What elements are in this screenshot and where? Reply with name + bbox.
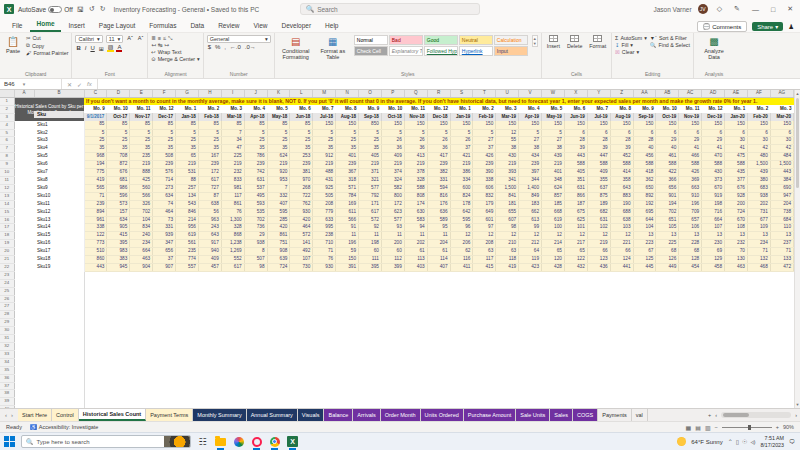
- data-cell[interactable]: 71: [747, 248, 770, 256]
- data-cell[interactable]: 100: [542, 224, 565, 232]
- data-cell[interactable]: 588: [587, 161, 610, 169]
- cell-b[interactable]: [34, 279, 84, 287]
- cell-b[interactable]: [34, 398, 84, 406]
- data-cell[interactable]: 66: [610, 248, 633, 256]
- data-cell[interactable]: 543: [176, 200, 199, 208]
- cell-b[interactable]: [34, 358, 84, 366]
- column-header-f[interactable]: F: [153, 90, 176, 97]
- data-cell[interactable]: 940: [198, 248, 221, 256]
- data-cell[interactable]: 208: [473, 240, 496, 248]
- cell-b[interactable]: [34, 366, 84, 374]
- horizontal-scrollbar[interactable]: [721, 412, 791, 418]
- data-cell[interactable]: 409: [198, 256, 221, 264]
- row-header-32[interactable]: 32: [0, 343, 14, 351]
- month-number-header[interactable]: Mo. 1: [450, 105, 473, 113]
- data-cell[interactable]: 41: [725, 145, 748, 153]
- empty-cell[interactable]: [84, 295, 794, 303]
- date-header[interactable]: Apr-18: [244, 113, 267, 121]
- row-header-9[interactable]: 9: [0, 161, 14, 169]
- column-header-b[interactable]: B: [34, 90, 84, 97]
- data-cell[interactable]: 25: [359, 137, 382, 145]
- data-cell[interactable]: 239: [427, 161, 450, 169]
- row-header-18[interactable]: 18: [0, 232, 14, 240]
- data-cell[interactable]: 243: [198, 224, 221, 232]
- month-number-header[interactable]: Mo. 9: [84, 105, 107, 113]
- data-cell[interactable]: 480: [747, 153, 770, 161]
- data-cell[interactable]: 25: [290, 137, 313, 145]
- font-size-select[interactable]: 11▾: [106, 35, 123, 43]
- vertical-scroll-thumb[interactable]: [796, 98, 799, 188]
- wrap-text-button[interactable]: ↩Wrap Text: [151, 49, 200, 55]
- data-cell[interactable]: 617: [359, 208, 382, 216]
- sheet-tab-annual-summary[interactable]: Annual Summary: [247, 409, 298, 421]
- data-cell[interactable]: 150: [610, 121, 633, 129]
- data-cell[interactable]: 464: [290, 224, 313, 232]
- data-cell[interactable]: 30: [747, 137, 770, 145]
- data-cell[interactable]: 25: [244, 137, 267, 145]
- data-cell[interactable]: 107: [702, 224, 725, 232]
- data-cell[interactable]: 617: [221, 263, 244, 271]
- copy-button[interactable]: ⧉Copy: [26, 42, 68, 49]
- data-cell[interactable]: 583: [404, 216, 427, 224]
- sku-label[interactable]: Sku12: [34, 208, 84, 216]
- data-cell[interactable]: 150: [496, 121, 519, 129]
- data-cell[interactable]: 204: [427, 240, 450, 248]
- data-cell[interactable]: 219: [587, 240, 610, 248]
- data-cell[interactable]: 234: [747, 240, 770, 248]
- data-cell[interactable]: 210: [496, 240, 519, 248]
- data-cell[interactable]: 422: [656, 169, 679, 177]
- cell-style-check-cell[interactable]: Check Cell: [354, 46, 388, 56]
- data-cell[interactable]: 129: [702, 256, 725, 264]
- data-cell[interactable]: 907: [153, 263, 176, 271]
- menu-tab-formulas[interactable]: Formulas: [143, 20, 182, 32]
- data-cell[interactable]: 12: [587, 232, 610, 240]
- data-cell[interactable]: 644: [633, 216, 656, 224]
- data-cell[interactable]: 617: [198, 176, 221, 184]
- month-number-header[interactable]: Mo. 9: [359, 105, 382, 113]
- column-header-r[interactable]: R: [427, 90, 450, 97]
- data-cell[interactable]: 742: [244, 169, 267, 177]
- data-cell[interactable]: 381: [290, 169, 313, 177]
- data-cell[interactable]: 736: [244, 224, 267, 232]
- cell-a[interactable]: [14, 295, 34, 303]
- data-cell[interactable]: 88: [176, 176, 199, 184]
- decrease-decimal-button[interactable]: .0→: [244, 44, 257, 50]
- cell-b[interactable]: [34, 319, 84, 327]
- autosum-button[interactable]: ΣAutoSum▾: [615, 35, 647, 41]
- tray-chevron-icon[interactable]: ⌃: [728, 438, 733, 445]
- data-cell[interactable]: 237: [770, 240, 793, 248]
- delete-cells-button[interactable]: Delete: [565, 35, 584, 49]
- data-cell[interactable]: 12: [473, 232, 496, 240]
- data-cell[interactable]: 5: [153, 129, 176, 137]
- data-cell[interactable]: 594: [427, 184, 450, 192]
- data-cell[interactable]: 219: [313, 161, 336, 169]
- cell-style-followed-hyp-[interactable]: Followed Hyp...: [424, 46, 458, 56]
- data-cell[interactable]: 124: [610, 256, 633, 264]
- data-cell[interactable]: 150: [747, 121, 770, 129]
- data-cell[interactable]: 328: [221, 224, 244, 232]
- data-cell[interactable]: 150: [656, 121, 679, 129]
- data-cell[interactable]: 588: [633, 161, 656, 169]
- data-cell[interactable]: 434: [519, 153, 542, 161]
- cell-a[interactable]: [14, 161, 34, 169]
- vertical-scrollbar[interactable]: ▲ ▼: [794, 90, 800, 408]
- minimize-icon[interactable]: —: [749, 6, 762, 13]
- data-cell[interactable]: 63: [473, 248, 496, 256]
- task-view-button[interactable]: ☷: [196, 435, 209, 448]
- sku-label[interactable]: Sku7: [34, 169, 84, 177]
- data-cell[interactable]: 97: [473, 224, 496, 232]
- data-cell[interactable]: 239: [244, 161, 267, 169]
- tray-volume-icon[interactable]: ◃): [750, 438, 755, 445]
- data-cell[interactable]: 456: [633, 153, 656, 161]
- clear-button[interactable]: ☒Clear▾: [615, 49, 647, 55]
- row-header-11[interactable]: 11: [0, 176, 14, 184]
- data-cell[interactable]: 981: [221, 184, 244, 192]
- data-cell[interactable]: 174: [404, 200, 427, 208]
- comments-button[interactable]: 💬Comments: [697, 21, 748, 32]
- row-header-21[interactable]: 21: [0, 256, 14, 264]
- empty-cell[interactable]: [84, 271, 794, 279]
- grow-font-button[interactable]: Aˆ: [126, 35, 134, 41]
- date-header[interactable]: Mar-18: [221, 113, 244, 121]
- data-cell[interactable]: 198: [359, 240, 382, 248]
- data-cell[interactable]: 730: [290, 263, 313, 271]
